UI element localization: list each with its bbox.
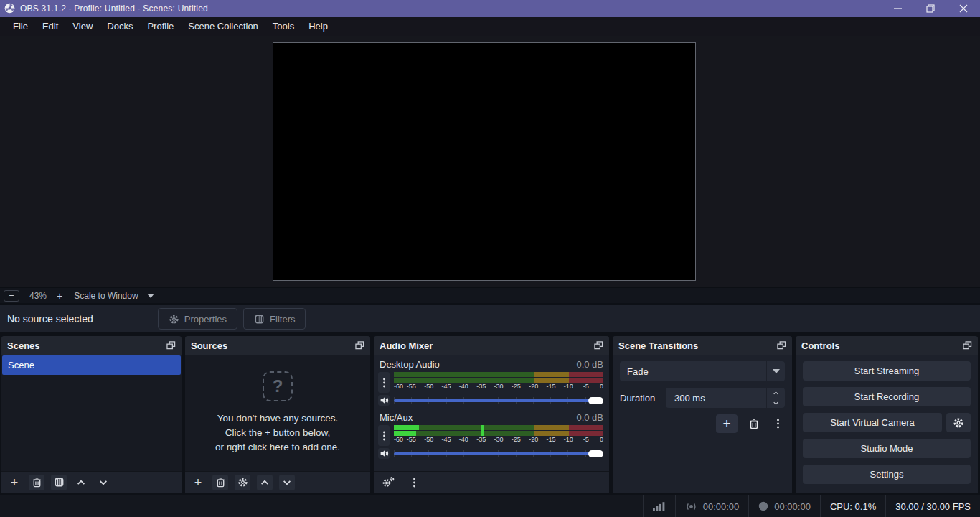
zoom-level: 43% bbox=[29, 291, 47, 301]
mute-button[interactable] bbox=[378, 395, 390, 406]
zoom-in-button[interactable]: + bbox=[57, 290, 62, 302]
popout-icon[interactable] bbox=[777, 341, 786, 350]
window-title: OBS 31.1.2 - Profile: Untitled - Scenes:… bbox=[20, 4, 208, 14]
record-icon bbox=[758, 501, 768, 511]
popout-icon[interactable] bbox=[166, 341, 176, 350]
start-virtual-camera-button[interactable]: Start Virtual Camera bbox=[803, 413, 942, 432]
gear-icon bbox=[169, 314, 179, 325]
channel-name: Mic/Aux bbox=[380, 412, 413, 423]
kebab-icon bbox=[382, 430, 386, 442]
volume-meter bbox=[394, 372, 603, 383]
remove-scene-button[interactable] bbox=[29, 475, 44, 490]
mute-button[interactable] bbox=[378, 448, 390, 459]
duration-value: 300 ms bbox=[666, 388, 766, 408]
start-recording-button[interactable]: Start Recording bbox=[803, 387, 971, 406]
double-gear-icon bbox=[382, 477, 395, 488]
sources-dock: Sources ? You don't have any sources. Cl… bbox=[185, 336, 370, 493]
volume-slider[interactable] bbox=[394, 450, 603, 458]
menu-profile[interactable]: Profile bbox=[140, 17, 181, 36]
add-source-button[interactable]: + bbox=[190, 475, 206, 490]
dock-row: Scenes Scene + Sources ? You don't bbox=[0, 336, 980, 493]
mixer-toolbar bbox=[374, 471, 609, 493]
duration-decrement-button[interactable] bbox=[767, 398, 785, 408]
popout-icon[interactable] bbox=[963, 341, 972, 350]
record-timer-segment: 00:00:00 bbox=[749, 495, 820, 517]
transition-menu-button[interactable] bbox=[771, 414, 785, 433]
popout-icon[interactable] bbox=[594, 341, 603, 350]
preview-canvas[interactable] bbox=[273, 42, 696, 281]
controls-dock-header: Controls bbox=[796, 336, 978, 355]
sources-dock-title: Sources bbox=[191, 340, 227, 351]
chevron-down-icon[interactable] bbox=[147, 294, 154, 298]
menu-tools[interactable]: Tools bbox=[265, 17, 301, 36]
transition-select[interactable]: Fade bbox=[620, 361, 785, 381]
controls-dock: Controls Start Streaming Start Recording… bbox=[796, 336, 978, 493]
mixer-menu-button[interactable] bbox=[406, 475, 422, 490]
scene-filters-button[interactable] bbox=[51, 475, 67, 490]
studio-mode-button[interactable]: Studio Mode bbox=[803, 439, 971, 458]
sources-empty-state[interactable]: ? You don't have any sources. Click the … bbox=[185, 355, 370, 471]
obs-logo-icon bbox=[4, 3, 15, 14]
scene-list-item-selected[interactable]: Scene bbox=[2, 355, 181, 375]
remove-transition-button[interactable] bbox=[743, 414, 765, 433]
menu-help[interactable]: Help bbox=[301, 17, 335, 36]
plus-icon: + bbox=[57, 290, 62, 302]
channel-volume-db: 0.0 dB bbox=[576, 359, 603, 370]
controls-dock-title: Controls bbox=[801, 340, 839, 351]
channel-menu-button[interactable] bbox=[378, 425, 390, 446]
preview-area bbox=[0, 36, 980, 287]
chevron-up-icon bbox=[772, 390, 780, 396]
kebab-icon bbox=[382, 377, 386, 388]
menu-edit[interactable]: Edit bbox=[35, 17, 65, 36]
source-move-down-button[interactable] bbox=[279, 475, 295, 490]
duration-spinbox[interactable]: 300 ms bbox=[666, 388, 785, 408]
slider-handle[interactable] bbox=[588, 397, 603, 404]
empty-text-line: You don't have any sources. bbox=[217, 411, 339, 426]
scale-mode-select[interactable]: Scale to Window bbox=[74, 291, 138, 301]
volume-slider[interactable] bbox=[394, 396, 603, 405]
scenes-dock-header: Scenes bbox=[1, 336, 182, 355]
source-properties-button[interactable] bbox=[235, 475, 250, 490]
fps-counter: 30.00 / 30.00 FPS bbox=[895, 501, 971, 512]
scene-move-up-button[interactable] bbox=[73, 475, 89, 490]
virtual-camera-settings-button[interactable] bbox=[946, 413, 971, 432]
menu-view[interactable]: View bbox=[65, 17, 100, 36]
obs-window: OBS 31.1.2 - Profile: Untitled - Scenes:… bbox=[0, 0, 980, 517]
advanced-audio-button[interactable] bbox=[380, 475, 396, 490]
add-scene-button[interactable]: + bbox=[6, 475, 22, 490]
filters-button[interactable]: Filters bbox=[243, 308, 306, 330]
menu-docks[interactable]: Docks bbox=[100, 17, 140, 36]
plus-icon: + bbox=[11, 476, 19, 489]
speaker-icon bbox=[380, 449, 389, 458]
peak-indicator bbox=[481, 425, 484, 436]
properties-button[interactable]: Properties bbox=[158, 308, 237, 330]
question-mark-icon: ? bbox=[263, 371, 293, 401]
menu-file[interactable]: File bbox=[6, 17, 35, 36]
scene-move-down-button[interactable] bbox=[95, 475, 111, 490]
menu-scene-collection[interactable]: Scene Collection bbox=[181, 17, 265, 36]
slider-handle[interactable] bbox=[588, 450, 603, 457]
plus-icon: + bbox=[722, 416, 730, 432]
transition-value: Fade bbox=[620, 366, 766, 377]
restore-button[interactable] bbox=[914, 0, 947, 17]
minimize-button[interactable] bbox=[881, 0, 914, 17]
duration-increment-button[interactable] bbox=[767, 388, 785, 398]
start-streaming-button[interactable]: Start Streaming bbox=[803, 361, 971, 381]
broadcast-icon bbox=[685, 502, 697, 511]
record-timer: 00:00:00 bbox=[774, 501, 811, 512]
chevron-down-icon bbox=[773, 369, 780, 373]
no-source-label: No source selected bbox=[7, 313, 93, 325]
settings-button[interactable]: Settings bbox=[803, 465, 971, 484]
channel-menu-button[interactable] bbox=[378, 372, 390, 393]
close-button[interactable] bbox=[947, 0, 980, 17]
source-move-up-button[interactable] bbox=[257, 475, 273, 490]
source-context-toolbar: No source selected Properties Filters bbox=[0, 305, 980, 332]
connection-status bbox=[644, 495, 675, 517]
popout-icon[interactable] bbox=[355, 341, 364, 350]
remove-source-button[interactable] bbox=[212, 475, 228, 490]
add-transition-button[interactable]: + bbox=[716, 414, 738, 433]
channel-name: Desktop Audio bbox=[380, 359, 440, 370]
transitions-dock-title: Scene Transitions bbox=[618, 340, 698, 351]
sources-toolbar: + bbox=[185, 471, 370, 493]
zoom-out-button[interactable]: − bbox=[4, 290, 19, 302]
